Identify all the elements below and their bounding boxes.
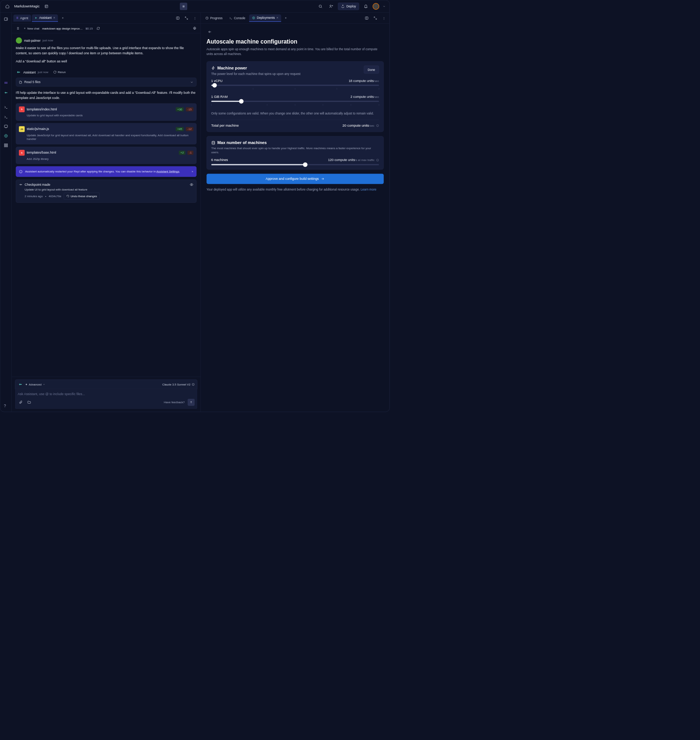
new-chat-button[interactable]: ＋ New chat bbox=[23, 26, 40, 30]
left-panel: ⠿ Agent ➤ Assistant × ＋ ⋮ bbox=[12, 13, 201, 412]
panel-split-icon[interactable] bbox=[363, 14, 371, 22]
html-file-icon: 5 bbox=[19, 150, 25, 156]
slider-track[interactable] bbox=[211, 101, 379, 102]
bell-icon[interactable] bbox=[362, 2, 369, 10]
panel-split-icon[interactable] bbox=[174, 14, 182, 22]
database-icon bbox=[211, 141, 215, 145]
chat-scroll[interactable]: matt-palmer just now Make it easier to s… bbox=[12, 33, 200, 377]
tab-label: Agent bbox=[20, 16, 28, 19]
more-icon[interactable]: ⋮ bbox=[380, 14, 388, 22]
slider-thumb[interactable] bbox=[212, 83, 217, 88]
file-change-card[interactable]: JS static/js/main.js +45 -12 Update Java… bbox=[16, 123, 196, 144]
model-label: Claude 3.5 Sonnet V2 bbox=[162, 383, 191, 386]
info-icon[interactable] bbox=[376, 124, 379, 127]
expand-icon[interactable] bbox=[182, 14, 190, 22]
eye-icon[interactable] bbox=[190, 183, 193, 187]
add-tab-icon[interactable]: ＋ bbox=[282, 14, 290, 22]
grid-rail-icon[interactable] bbox=[2, 141, 10, 149]
send-button[interactable] bbox=[188, 399, 194, 406]
diff-additions: +2 bbox=[179, 151, 185, 155]
plus-icon: ＋ bbox=[23, 26, 26, 30]
slider-unit: /sec bbox=[374, 95, 379, 99]
approve-button[interactable]: Approve and configure build settings bbox=[206, 174, 384, 184]
topbar: MarkdownMagic Deploy bbox=[0, 0, 390, 13]
help-icon[interactable]: ? bbox=[4, 404, 6, 408]
avatar[interactable] bbox=[372, 3, 379, 10]
slider-track[interactable] bbox=[211, 164, 379, 165]
shell-rail-icon[interactable] bbox=[2, 113, 10, 121]
refresh-icon[interactable] bbox=[96, 26, 101, 31]
advanced-label: Advanced bbox=[29, 383, 42, 386]
learn-more-link[interactable]: Learn more bbox=[361, 188, 376, 191]
svg-rect-1 bbox=[182, 5, 185, 7]
tab-assistant[interactable]: ➤ Assistant × bbox=[32, 15, 58, 22]
panels: ⠿ Agent ➤ Assistant × ＋ ⋮ bbox=[12, 13, 390, 412]
more-icon[interactable]: ⋮ bbox=[191, 14, 199, 22]
slider-thumb[interactable] bbox=[239, 99, 244, 103]
rerun-button[interactable]: Rerun bbox=[53, 71, 65, 74]
footnote: Your deployed app will utilize any avail… bbox=[206, 187, 384, 192]
progress-icon bbox=[205, 16, 209, 19]
file-desc: Update to grid layout with expandable ca… bbox=[26, 113, 193, 118]
deploy-rail-icon[interactable] bbox=[2, 132, 10, 140]
model-selector[interactable]: Claude 3.5 Sonnet V2 bbox=[162, 383, 194, 386]
diff-additions: +30 bbox=[176, 107, 184, 112]
agent-rail-icon[interactable] bbox=[2, 79, 10, 87]
undo-button[interactable]: Undo these changes bbox=[64, 193, 100, 200]
read-files-expand[interactable]: Read 5 files bbox=[16, 78, 196, 87]
right-tabbar: Progress Console Deployments × ＋ bbox=[201, 13, 390, 24]
file-name: templates/base.html bbox=[26, 151, 176, 154]
home-icon[interactable] bbox=[3, 2, 11, 10]
gear-icon[interactable] bbox=[192, 26, 197, 31]
close-icon[interactable]: × bbox=[53, 16, 55, 19]
banner-link[interactable]: Assistant Settings bbox=[157, 170, 179, 173]
slider-thumb[interactable] bbox=[303, 162, 307, 167]
tab-agent[interactable]: ⠿ Agent bbox=[13, 15, 31, 21]
assistant-rail-icon[interactable] bbox=[2, 88, 10, 97]
tab-label: Progress bbox=[210, 16, 222, 19]
approve-label: Approve and configure build settings bbox=[265, 177, 319, 181]
folder-icon[interactable] bbox=[26, 400, 32, 405]
restart-banner: Assistant automatically restarted your R… bbox=[16, 166, 196, 177]
advanced-toggle[interactable]: ✦ Advanced bbox=[25, 383, 46, 386]
slider-label: 1 vCPU bbox=[211, 79, 223, 83]
svg-point-18 bbox=[194, 28, 195, 29]
search-icon[interactable] bbox=[316, 2, 324, 10]
diff-deletions: -1 bbox=[188, 151, 193, 155]
slider-track[interactable] bbox=[211, 85, 379, 86]
preview-rail-icon[interactable] bbox=[2, 122, 10, 130]
add-tab-icon[interactable]: ＋ bbox=[59, 14, 66, 22]
deploy-button[interactable]: Deploy bbox=[338, 3, 359, 10]
expand-icon[interactable] bbox=[371, 14, 379, 22]
message-time: just now bbox=[38, 71, 49, 74]
deploy-scroll[interactable]: Autoscale machine configuration Autoscal… bbox=[201, 24, 390, 412]
layout-icon[interactable] bbox=[43, 2, 50, 10]
vcpu-slider: 1 vCPU 18 compute units/sec bbox=[211, 79, 379, 90]
user-avatar bbox=[16, 37, 22, 44]
max-machines-card: Max number of machines The most machines… bbox=[206, 136, 384, 170]
checkpoint-desc: Update UI to grid layout with download a… bbox=[25, 188, 193, 191]
tab-progress[interactable]: Progress bbox=[202, 15, 225, 21]
run-rail-icon[interactable] bbox=[2, 103, 10, 112]
composer-input[interactable] bbox=[18, 392, 194, 396]
tab-deployments[interactable]: Deployments × bbox=[249, 15, 281, 22]
back-icon[interactable] bbox=[206, 28, 213, 35]
list-icon[interactable] bbox=[15, 26, 20, 31]
toggle-rail-icon[interactable] bbox=[2, 15, 10, 23]
close-icon[interactable]: × bbox=[192, 169, 193, 174]
done-button[interactable]: Done bbox=[364, 66, 379, 74]
tab-console[interactable]: Console bbox=[226, 15, 249, 21]
file-change-card[interactable]: 5 templates/base.html +2 -1 Add JSZip li… bbox=[16, 147, 196, 164]
file-change-card[interactable]: 5 templates/index.html +30 -15 Update to… bbox=[16, 103, 196, 121]
svg-point-20 bbox=[20, 184, 21, 185]
message-body: Add a "download all" button as well bbox=[16, 59, 196, 64]
attach-icon[interactable] bbox=[18, 400, 24, 405]
info-icon[interactable] bbox=[376, 159, 379, 162]
search-field-collapsed[interactable] bbox=[180, 3, 187, 10]
close-icon[interactable]: × bbox=[276, 16, 278, 19]
svg-point-3 bbox=[330, 5, 332, 6]
info-icon bbox=[192, 383, 194, 386]
feedback-link[interactable]: Have feedback? bbox=[164, 401, 185, 404]
chevron-down-icon[interactable] bbox=[382, 2, 386, 10]
invite-icon[interactable] bbox=[327, 2, 335, 10]
